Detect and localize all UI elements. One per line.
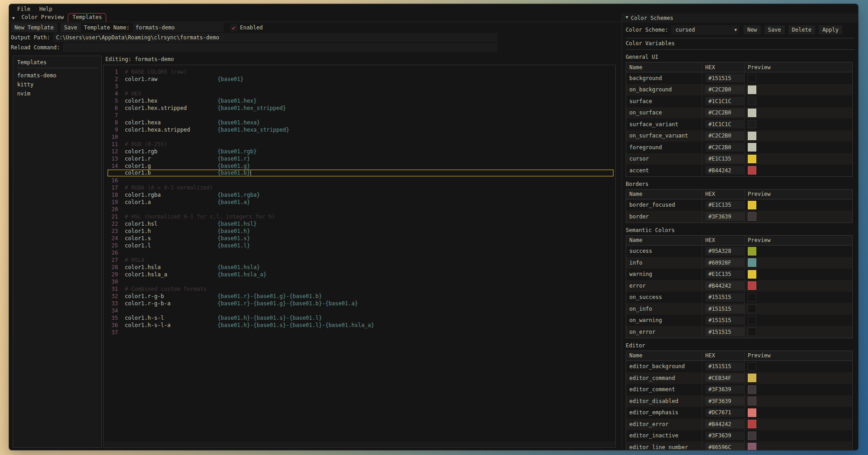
editor-line[interactable]: 22color1.hsl{base01.hsl}	[104, 220, 615, 228]
editor-line[interactable]: 7	[104, 112, 615, 119]
editor-line[interactable]: 23color1.h{base01.h}	[104, 228, 615, 235]
editor-line[interactable]: 29color1.hsla_a{base01.hsla_a}	[104, 271, 615, 278]
editor-line[interactable]: 8color1.hexa{base01.hexa}	[104, 119, 615, 126]
color-swatch[interactable]	[748, 443, 756, 450]
template-list-item-kitty[interactable]: kitty	[17, 80, 97, 89]
variable-hex-input[interactable]: #DC7671	[705, 408, 744, 417]
color-swatch[interactable]	[748, 293, 756, 302]
variable-hex-input[interactable]: #3F3639	[705, 431, 744, 440]
color-swatch[interactable]	[748, 327, 756, 336]
variable-hex-input[interactable]: #151515	[705, 74, 744, 82]
color-swatch[interactable]	[748, 155, 756, 163]
color-swatch[interactable]	[748, 120, 756, 128]
editor-line[interactable]: 17# RGBA (A = 0-1 normalized)	[104, 184, 615, 191]
editor-line[interactable]: 25color1.l{base01.l}	[104, 242, 615, 249]
editor-line[interactable]: 5color1.hex{base01.hex}	[104, 97, 615, 104]
color-swatch[interactable]	[748, 212, 756, 221]
color-swatch[interactable]	[748, 201, 756, 209]
editor-line[interactable]: 6color1.hex.stripped{base01.hex_stripped…	[104, 104, 615, 112]
reload-command-input[interactable]	[63, 43, 497, 52]
editor-line[interactable]: 36color1.h-s-l-a{base01.h}-{base01.s}-{b…	[104, 322, 615, 329]
editor-line[interactable]: 21# HSL (normalized 0-1 for s,l, integer…	[104, 213, 615, 220]
apply-scheme-button[interactable]: Apply	[819, 25, 842, 34]
save-scheme-button[interactable]: Save	[764, 25, 785, 34]
collapse-arrow-icon[interactable]: ▼	[12, 16, 14, 20]
editor-line[interactable]: 33color1.r-g-b-a{base01.r}-{base01.g}-{b…	[104, 300, 615, 307]
editor-line[interactable]: 12color1.rgb{base01.rgb}	[104, 148, 615, 155]
color-swatch[interactable]	[748, 420, 756, 428]
template-name-input[interactable]: formats-demo	[133, 23, 224, 32]
variable-hex-input[interactable]: #86596C	[705, 443, 744, 450]
color-swatch[interactable]	[748, 109, 756, 117]
editor-line[interactable]: 16	[104, 177, 615, 184]
variable-hex-input[interactable]: #B44242	[705, 281, 744, 290]
color-swatch[interactable]	[748, 166, 756, 175]
editor-line[interactable]: 4# HEX	[104, 90, 615, 97]
color-swatch[interactable]	[748, 374, 756, 382]
color-swatch[interactable]	[748, 316, 756, 325]
editor-line[interactable]: 3	[104, 83, 615, 90]
editor-active-line-input[interactable]: color1.b{base01.b}	[108, 170, 613, 176]
variable-hex-input[interactable]: #B44242	[705, 166, 744, 175]
editor-line-active[interactable]: color1.b{base01.b}	[104, 170, 615, 177]
tab-color-preview[interactable]: Color Preview	[17, 14, 68, 22]
color-swatch[interactable]	[748, 385, 756, 394]
color-scheme-select[interactable]: cursed ▼	[671, 25, 739, 34]
editor-line[interactable]: 34	[104, 307, 615, 314]
new-template-button[interactable]: New Template	[11, 23, 57, 32]
variable-hex-input[interactable]: #B44242	[705, 420, 744, 428]
color-swatch[interactable]	[748, 97, 756, 105]
editor-line[interactable]: 27# HSLA	[104, 256, 615, 264]
variable-hex-input[interactable]: #E1C135	[705, 201, 744, 209]
variable-hex-input[interactable]: #1C1C1C	[705, 97, 744, 105]
template-list-item-nvim[interactable]: nvim	[17, 89, 97, 98]
color-swatch[interactable]	[748, 397, 756, 405]
variable-hex-input[interactable]: #3F3639	[705, 385, 744, 394]
editor-line[interactable]: 19color1.a{base01.a}	[104, 199, 615, 206]
editor-line[interactable]: 9color1.hexa.stripped{base01.hexa_stripp…	[104, 126, 615, 133]
color-swatch[interactable]	[748, 362, 756, 371]
variable-hex-input[interactable]: #151515	[705, 327, 744, 336]
editor-line[interactable]: 13color1.r{base01.r}	[104, 155, 615, 162]
variable-hex-input[interactable]: #3F3639	[705, 397, 744, 405]
menu-file[interactable]: File	[13, 5, 35, 13]
save-template-button[interactable]: Save	[61, 23, 81, 32]
color-swatch[interactable]	[748, 281, 756, 290]
variable-hex-input[interactable]: #E1C135	[705, 270, 744, 279]
variable-hex-input[interactable]: #CEB34F	[705, 374, 744, 382]
color-swatch[interactable]	[748, 143, 756, 152]
variable-hex-input[interactable]: #C2C2B0	[705, 85, 744, 94]
color-swatch[interactable]	[748, 304, 756, 313]
editor-line[interactable]: 30	[104, 278, 615, 285]
editor-line[interactable]: 20	[104, 206, 615, 213]
color-swatch[interactable]	[748, 85, 756, 94]
editor-line[interactable]: 11# RGB (0-255)	[104, 141, 615, 148]
color-swatch[interactable]	[748, 431, 756, 440]
editor-line[interactable]: 2color1.raw{base01}	[104, 76, 615, 83]
new-scheme-button[interactable]: New	[744, 25, 761, 34]
color-swatch[interactable]	[748, 270, 756, 279]
variable-hex-input[interactable]: #151515	[705, 362, 744, 371]
template-editor[interactable]: 1# BASE COLORS (raw)2color1.raw{base01}3…	[103, 65, 616, 448]
editor-line[interactable]: 26	[104, 249, 615, 256]
editor-line[interactable]: 31# Combined custom formats	[104, 285, 615, 293]
menu-help[interactable]: Help	[35, 5, 57, 13]
tab-templates[interactable]: Templates	[68, 13, 106, 22]
editor-line[interactable]: 32color1.r-g-b{base01.r}-{base01.g}-{bas…	[104, 293, 615, 300]
template-list-item-formats-demo[interactable]: formats-demo	[17, 71, 97, 80]
editor-line[interactable]: 14color1.g{base01.g}	[104, 162, 615, 170]
variable-hex-input[interactable]: #C2C2B0	[705, 143, 744, 152]
variable-hex-input[interactable]: #151515	[705, 316, 744, 325]
variable-hex-input[interactable]: #1C1C1C	[705, 120, 744, 128]
color-swatch[interactable]	[748, 247, 756, 256]
editor-line[interactable]: 35color1.h-s-l{base01.h}-{base01.s}-{bas…	[104, 314, 615, 322]
editor-line[interactable]: 24color1.s{base01.s}	[104, 235, 615, 242]
variable-hex-input[interactable]: #E1C135	[705, 155, 744, 163]
color-schemes-header[interactable]: ▼ Color Schemes	[622, 14, 858, 23]
variable-hex-input[interactable]: #C2C2B0	[705, 132, 744, 140]
variable-hex-input[interactable]: #C2C2B0	[705, 109, 744, 117]
color-swatch[interactable]	[748, 74, 756, 82]
editor-line[interactable]: 37	[104, 329, 615, 336]
variable-hex-input[interactable]: #95A328	[705, 247, 744, 256]
variable-hex-input[interactable]: #151515	[705, 304, 744, 313]
